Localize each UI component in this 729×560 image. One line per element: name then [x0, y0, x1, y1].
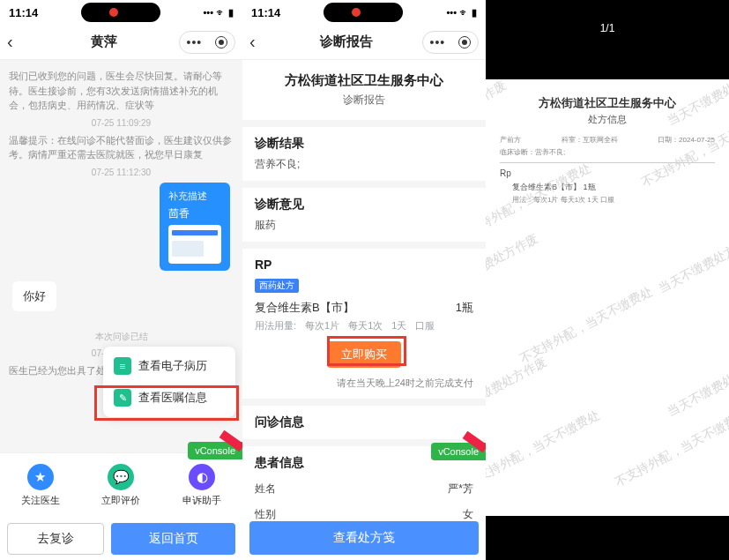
vconsole-button[interactable]: vConsole [431, 443, 486, 460]
value-gender: 女 [463, 507, 473, 522]
doctor-message: 你好 [12, 281, 56, 311]
menu-view-advice[interactable]: ✎ 查看医嘱信息 [103, 382, 235, 414]
more-icon[interactable]: ••• [187, 36, 203, 49]
watermark: 不支持外配，当天不缴费处 [517, 284, 656, 368]
star-icon: ★ [27, 464, 54, 490]
report-subtitle: 诊断报告 [251, 93, 477, 108]
status-bar: 11:14 •••ᯤ▮ [242, 0, 486, 25]
close-ring-icon[interactable] [215, 36, 227, 49]
watermark: 不支持外配，当天不缴费处 [613, 407, 729, 491]
rate-now[interactable]: 💬立即评价 [101, 464, 140, 507]
consult-info-title: 问诊信息 [242, 406, 486, 439]
viewer-header: 1/1 [486, 0, 729, 56]
attachment-thumb[interactable] [168, 225, 221, 264]
page-indicator: 1/1 [600, 22, 615, 34]
label-gender: 性别 [255, 507, 276, 522]
rp-label: RP [255, 258, 473, 272]
back-icon[interactable]: ‹ [249, 32, 271, 52]
appeal-helper[interactable]: ◐申诉助手 [182, 464, 221, 507]
status-icons: •••ᯤ▮ [203, 7, 234, 19]
status-icons: •••ᯤ▮ [446, 7, 477, 19]
timestamp: 07-25 11:09:29 [9, 118, 234, 128]
diagnosis-opinion-card: 诊断意见 服药 [242, 188, 486, 242]
report-body: 方松街道社区卫生服务中心 诊断报告 诊断结果 营养不良; 诊断意见 服药 RP … [242, 60, 486, 560]
value-name: 严*芳 [448, 482, 473, 497]
session-end: 本次问诊已结 [9, 331, 234, 343]
diagnosis-result: 营养不良; [255, 157, 473, 172]
vconsole-button[interactable]: vConsole [188, 442, 242, 459]
miniprogram-capsule[interactable]: ••• [179, 31, 235, 54]
diagnosis-opinion: 服药 [255, 218, 473, 233]
help-icon: ◐ [189, 464, 215, 490]
usage-row: 用法用量:每次1片每天1次1天口服 [255, 319, 473, 332]
notch [324, 3, 403, 22]
menu-view-record[interactable]: ≡ 查看电子病历 [103, 350, 235, 382]
section-title: 诊断结果 [255, 136, 473, 152]
follow-doctor[interactable]: ★关注医生 [21, 464, 60, 507]
revisit-button[interactable]: 去复诊 [7, 523, 104, 555]
status-bar: 11:14 •••ᯤ▮ [0, 0, 242, 25]
center-name: 方松街道社区卫生服务中心 [251, 72, 477, 89]
view-rx-button[interactable]: 查看处方笺 [249, 521, 479, 555]
drug-name: 复合维生素B【市】 [255, 300, 354, 316]
menu-label: 查看电子病历 [138, 358, 207, 374]
report-header: 方松街道社区卫生服务中心 诊断报告 [242, 60, 486, 120]
watermark: 当天不缴费处方作废 [656, 230, 729, 296]
section-title: 诊断意见 [255, 197, 473, 213]
page-title: 诊断报告 [271, 34, 422, 50]
drug-qty: 1瓶 [456, 300, 473, 316]
phone-report: 11:14 •••ᯤ▮ ‹ 诊断报告 ••• 方松街道社区卫生服务中心 诊断报告… [242, 0, 486, 560]
bottom-buttons: 去复诊 返回首页 [0, 518, 242, 560]
diagnosis-result-card: 诊断结果 营养不良; [242, 127, 486, 181]
phone-prescription-view: 1/1 方松街道社区卫生服务中心 处方信息 产前方科室：互联网全科日期：2024… [486, 0, 729, 560]
supplement-text: 茴香 [168, 206, 221, 221]
doc-subtitle: 处方信息 [500, 113, 715, 126]
chat-icon: 💬 [108, 464, 134, 490]
label-name: 姓名 [255, 482, 276, 497]
title-bar: ‹ 黄萍 ••• [0, 25, 242, 60]
pay-deadline-note: 请在当天晚上24时之前完成支付 [255, 377, 473, 390]
watermark: 当天不缴费处方作废 [486, 354, 550, 420]
phone-chat: 11:14 •••ᯤ▮ ‹ 黄萍 ••• 我们已收到您的问题，医生会尽快回复。请… [0, 0, 242, 560]
supplement-label: 补充描述 [168, 190, 221, 203]
page-title: 黄萍 [28, 34, 179, 50]
doc-usage: 用法：每次1片 每天1次 1天 口服 [512, 195, 715, 205]
status-time: 11:14 [251, 6, 280, 19]
back-icon[interactable]: ‹ [7, 32, 28, 52]
system-message: 我们已收到您的问题，医生会尽快回复。请耐心等待。医生接诊前，您有3次发送病情描述… [9, 69, 234, 113]
doc-title: 方松街道社区卫生服务中心 [500, 95, 715, 111]
record-icon: ≡ [114, 357, 131, 375]
more-icon[interactable]: ••• [430, 36, 446, 49]
miniprogram-capsule[interactable]: ••• [422, 31, 479, 54]
action-grid: ★关注医生 💬立即评价 ◐申诉助手 [0, 452, 242, 518]
notch [81, 3, 160, 22]
rx-type-tag: 西药处方 [255, 279, 299, 293]
status-time: 11:14 [9, 6, 38, 19]
watermark: 当天不缴费处方作废 [486, 230, 541, 296]
advice-icon: ✎ [114, 389, 131, 407]
rp-card: RP 西药处方 复合维生素B【市】 1瓶 用法用量:每次1片每天1次1天口服 立… [242, 249, 486, 399]
system-tip: 温馨提示：在线问诊不能代替面诊，医生建议仅供参考。病情严重还需去医院就医，祝您早… [9, 133, 234, 162]
close-ring-icon[interactable] [458, 36, 471, 49]
watermark: 不支持外配，当天不缴费处 [486, 407, 602, 491]
chat-area: 我们已收到您的问题，医生会尽快回复。请耐心等待。医生接诊前，您有3次发送病情描述… [0, 60, 242, 463]
menu-label: 查看医嘱信息 [138, 390, 207, 406]
title-bar: ‹ 诊断报告 ••• [242, 25, 486, 60]
prescription-document[interactable]: 方松街道社区卫生服务中心 处方信息 产前方科室：互联网全科日期：2024-07-… [486, 79, 729, 516]
buy-now-button[interactable]: 立即购买 [327, 341, 401, 368]
action-menu: ≡ 查看电子病历 ✎ 查看医嘱信息 [103, 347, 235, 417]
rp-label: Rp [500, 168, 715, 178]
watermark: 当天不缴费处方作废 [665, 354, 729, 420]
doc-drug: 复合维生素B【市】 1瓶 [512, 182, 715, 193]
home-button[interactable]: 返回首页 [111, 523, 235, 555]
timestamp: 07-25 11:12:30 [9, 168, 234, 177]
user-message: 补充描述 茴香 [160, 183, 230, 271]
